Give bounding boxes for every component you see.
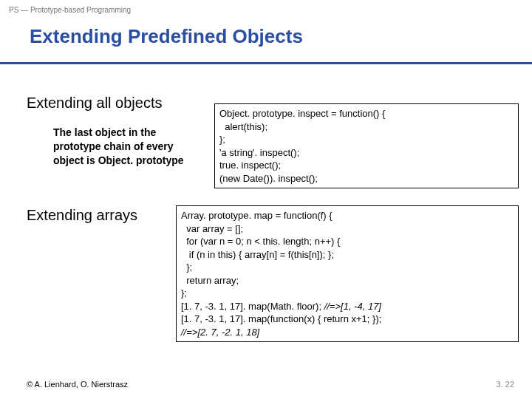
code-comment: //=>[2. 7, -2. 1, 18] (181, 327, 259, 338)
code-line: (new Date()). inspect(); (219, 173, 318, 184)
code-line: true. inspect(); (219, 160, 281, 171)
code-comment: //=>[1, -4, 17] (324, 301, 381, 312)
code-line: 'a string'. inspect(); (219, 147, 299, 158)
footer-authors: © A. Lienhard, O. Nierstrasz (27, 380, 128, 389)
slide-title: Extending Predefined Objects (30, 25, 303, 48)
slide: PS — Prototype-based Programming Extendi… (0, 0, 532, 399)
code-line: for (var n = 0; n < this. length; n++) { (181, 236, 340, 247)
code-box-object-prototype: Object. prototype. inspect = function() … (214, 103, 519, 188)
description-extend-all: The last object in the prototype chain o… (53, 126, 186, 168)
subheading-extend-arrays: Extending arrays (27, 207, 137, 224)
subheading-extend-all: Extending all objects (27, 95, 162, 112)
code-line: [1. 7, -3. 1, 17]. map(function(x) { ret… (181, 313, 381, 324)
code-line: var array = []; (181, 223, 243, 234)
slide-number: 3. 22 (497, 380, 514, 389)
code-line: }; (219, 134, 225, 145)
code-line: if (n in this) { array[n] = f(this[n]); … (181, 249, 334, 260)
code-line: return array; (181, 275, 239, 286)
code-line: }; (181, 262, 192, 273)
code-line: }; (181, 287, 187, 299)
title-underline (0, 62, 532, 64)
code-line: alert(this); (219, 121, 267, 132)
code-line: Array. prototype. map = function(f) { (181, 210, 332, 221)
code-line: [1. 7, -3. 1, 17]. map(Math. floor); (181, 301, 324, 312)
code-line: Object. prototype. inspect = function() … (219, 108, 385, 119)
code-box-array-prototype: Array. prototype. map = function(f) { va… (176, 205, 519, 342)
course-header: PS — Prototype-based Programming (9, 6, 131, 14)
